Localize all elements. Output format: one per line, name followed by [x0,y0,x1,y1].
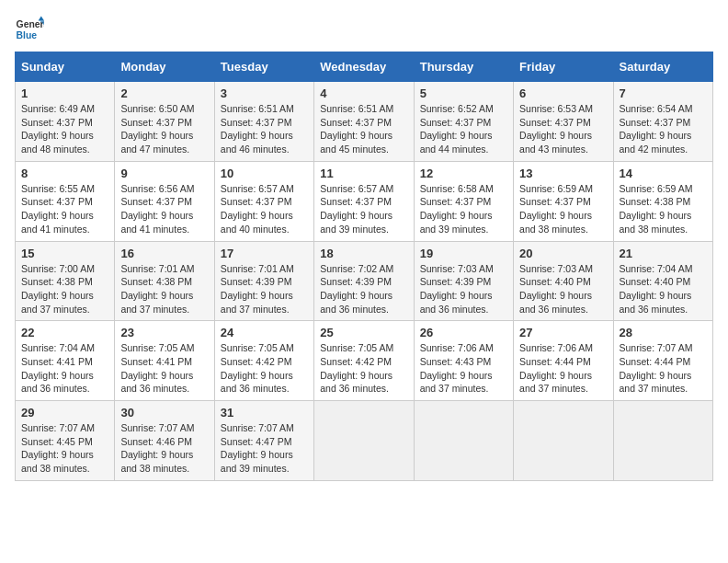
day-number: 22 [21,326,108,339]
day-info: Sunrise: 6:51 AM Sunset: 4:37 PM Dayligh… [221,102,308,156]
day-number: 15 [21,247,108,260]
day-info: Sunrise: 7:07 AM Sunset: 4:44 PM Dayligh… [620,341,707,396]
day-cell: 28 Sunrise: 7:07 AM Sunset: 4:44 PM Dayl… [613,321,712,401]
day-number: 23 [120,326,208,339]
day-number: 4 [320,86,407,100]
day-number: 16 [120,247,208,260]
day-info: Sunrise: 6:59 AM Sunset: 4:38 PM Dayligh… [620,182,707,236]
day-number: 29 [21,406,108,419]
day-cell: 31 Sunrise: 7:07 AM Sunset: 4:47 PM Dayl… [214,401,313,481]
day-cell: 24 Sunrise: 7:05 AM Sunset: 4:42 PM Dayl… [214,321,313,401]
day-cell: 7 Sunrise: 6:54 AM Sunset: 4:37 PM Dayli… [613,82,712,162]
day-info: Sunrise: 6:57 AM Sunset: 4:37 PM Dayligh… [320,182,407,236]
day-info: Sunrise: 7:03 AM Sunset: 4:39 PM Dayligh… [420,262,507,316]
day-cell: 12 Sunrise: 6:58 AM Sunset: 4:37 PM Dayl… [414,161,513,241]
day-cell [514,401,613,481]
week-row-3: 15 Sunrise: 7:00 AM Sunset: 4:38 PM Dayl… [16,241,713,321]
day-cell: 9 Sunrise: 6:56 AM Sunset: 4:37 PM Dayli… [115,161,214,241]
col-header-friday: Friday [514,52,613,82]
day-info: Sunrise: 7:07 AM Sunset: 4:46 PM Dayligh… [120,421,208,476]
day-number: 31 [221,406,308,419]
day-info: Sunrise: 7:07 AM Sunset: 4:47 PM Dayligh… [221,421,308,476]
day-info: Sunrise: 7:05 AM Sunset: 4:42 PM Dayligh… [221,341,308,396]
day-info: Sunrise: 6:53 AM Sunset: 4:37 PM Dayligh… [519,102,607,156]
day-info: Sunrise: 6:57 AM Sunset: 4:37 PM Dayligh… [221,182,308,236]
day-cell: 1 Sunrise: 6:49 AM Sunset: 4:37 PM Dayli… [16,82,115,162]
day-cell: 13 Sunrise: 6:59 AM Sunset: 4:37 PM Dayl… [514,161,613,241]
day-info: Sunrise: 7:04 AM Sunset: 4:41 PM Dayligh… [21,341,108,396]
day-info: Sunrise: 6:49 AM Sunset: 4:37 PM Dayligh… [21,102,108,156]
week-row-1: 1 Sunrise: 6:49 AM Sunset: 4:37 PM Dayli… [16,82,713,162]
day-number: 28 [620,326,707,339]
day-cell: 5 Sunrise: 6:52 AM Sunset: 4:37 PM Dayli… [414,82,513,162]
day-number: 24 [221,326,308,339]
day-number: 6 [519,86,607,100]
day-cell: 4 Sunrise: 6:51 AM Sunset: 4:37 PM Dayli… [314,82,414,162]
day-cell: 2 Sunrise: 6:50 AM Sunset: 4:37 PM Dayli… [115,82,214,162]
day-number: 17 [221,247,308,260]
day-cell: 26 Sunrise: 7:06 AM Sunset: 4:43 PM Dayl… [414,321,513,401]
day-number: 10 [221,167,308,180]
day-number: 21 [620,247,707,260]
day-info: Sunrise: 6:59 AM Sunset: 4:37 PM Dayligh… [519,182,607,236]
day-cell: 15 Sunrise: 7:00 AM Sunset: 4:38 PM Dayl… [16,241,115,321]
week-row-5: 29 Sunrise: 7:07 AM Sunset: 4:45 PM Dayl… [16,401,713,481]
day-cell [414,401,513,481]
day-number: 13 [519,167,607,180]
day-info: Sunrise: 7:01 AM Sunset: 4:38 PM Dayligh… [120,262,208,316]
day-cell: 30 Sunrise: 7:07 AM Sunset: 4:46 PM Dayl… [115,401,214,481]
logo-icon: General Blue [15,15,44,44]
col-header-sunday: Sunday [16,52,115,82]
day-number: 26 [420,326,507,339]
day-number: 20 [519,247,607,260]
day-number: 18 [320,247,407,260]
day-cell: 6 Sunrise: 6:53 AM Sunset: 4:37 PM Dayli… [514,82,613,162]
week-row-2: 8 Sunrise: 6:55 AM Sunset: 4:37 PM Dayli… [16,161,713,241]
day-info: Sunrise: 7:01 AM Sunset: 4:39 PM Dayligh… [221,262,308,316]
day-cell: 8 Sunrise: 6:55 AM Sunset: 4:37 PM Dayli… [16,161,115,241]
day-cell: 14 Sunrise: 6:59 AM Sunset: 4:38 PM Dayl… [613,161,712,241]
day-info: Sunrise: 7:02 AM Sunset: 4:39 PM Dayligh… [320,262,407,316]
day-number: 19 [420,247,507,260]
svg-text:Blue: Blue [17,30,38,40]
day-number: 9 [120,167,208,180]
day-info: Sunrise: 6:55 AM Sunset: 4:37 PM Dayligh… [21,182,108,236]
header: General Blue [15,15,713,44]
day-cell: 18 Sunrise: 7:02 AM Sunset: 4:39 PM Dayl… [314,241,414,321]
day-number: 12 [420,167,507,180]
svg-text:General: General [17,19,44,29]
day-cell: 27 Sunrise: 7:06 AM Sunset: 4:44 PM Dayl… [514,321,613,401]
day-cell: 25 Sunrise: 7:05 AM Sunset: 4:42 PM Dayl… [314,321,414,401]
day-number: 2 [120,86,208,100]
day-info: Sunrise: 7:04 AM Sunset: 4:40 PM Dayligh… [620,262,707,316]
day-cell: 10 Sunrise: 6:57 AM Sunset: 4:37 PM Dayl… [214,161,313,241]
day-cell [314,401,414,481]
day-info: Sunrise: 7:07 AM Sunset: 4:45 PM Dayligh… [21,421,108,476]
day-info: Sunrise: 6:51 AM Sunset: 4:37 PM Dayligh… [320,102,407,156]
day-cell: 23 Sunrise: 7:05 AM Sunset: 4:41 PM Dayl… [115,321,214,401]
col-header-saturday: Saturday [613,52,712,82]
day-cell: 29 Sunrise: 7:07 AM Sunset: 4:45 PM Dayl… [16,401,115,481]
day-cell: 20 Sunrise: 7:03 AM Sunset: 4:40 PM Dayl… [514,241,613,321]
day-cell: 21 Sunrise: 7:04 AM Sunset: 4:40 PM Dayl… [613,241,712,321]
day-number: 11 [320,167,407,180]
day-number: 25 [320,326,407,339]
day-number: 3 [221,86,308,100]
calendar-table: SundayMondayTuesdayWednesdayThursdayFrid… [15,52,713,481]
day-number: 30 [120,406,208,419]
header-row: SundayMondayTuesdayWednesdayThursdayFrid… [16,52,713,82]
day-info: Sunrise: 6:52 AM Sunset: 4:37 PM Dayligh… [420,102,507,156]
week-row-4: 22 Sunrise: 7:04 AM Sunset: 4:41 PM Dayl… [16,321,713,401]
day-info: Sunrise: 6:56 AM Sunset: 4:37 PM Dayligh… [120,182,208,236]
day-cell: 17 Sunrise: 7:01 AM Sunset: 4:39 PM Dayl… [214,241,313,321]
logo: General Blue [15,15,44,44]
day-info: Sunrise: 6:54 AM Sunset: 4:37 PM Dayligh… [620,102,707,156]
svg-marker-2 [39,17,44,21]
day-info: Sunrise: 7:03 AM Sunset: 4:40 PM Dayligh… [519,262,607,316]
col-header-tuesday: Tuesday [214,52,313,82]
day-number: 8 [21,167,108,180]
col-header-monday: Monday [115,52,214,82]
day-info: Sunrise: 7:06 AM Sunset: 4:43 PM Dayligh… [420,341,507,396]
col-header-wednesday: Wednesday [314,52,414,82]
day-number: 27 [519,326,607,339]
